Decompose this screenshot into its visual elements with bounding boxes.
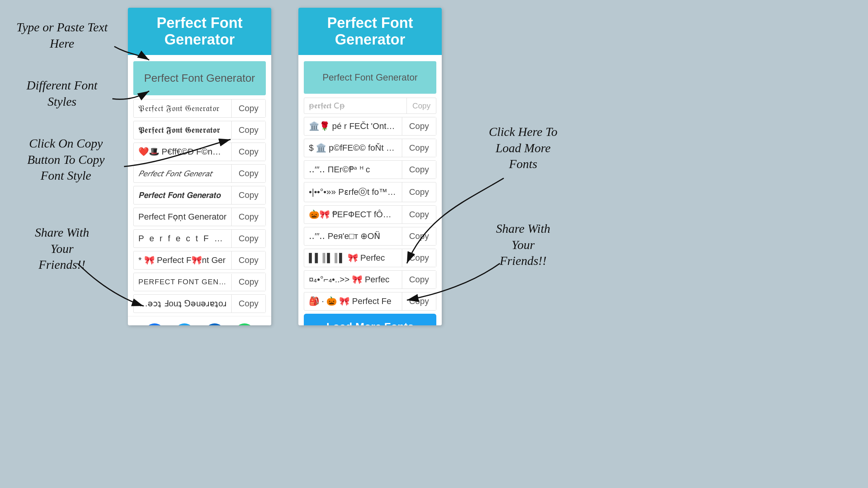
copy-button[interactable]: Copy xyxy=(232,121,265,139)
left-panel-title: Perfect Font Generator xyxy=(136,15,264,48)
font-text: •|••°•»» Pɛrfeⓞt fo™ ge⊗ xyxy=(304,182,402,202)
table-row: 🎃🎀 ⱣEFФECT fÔNt g Copy xyxy=(304,205,436,224)
right-font-list: ᵽ𝖊𝖗𝖋𝖊𝖈𝖙 Ⅽᵽ Copy 🏛️🌹 pé r FEČt 'Ont gEŃ C… xyxy=(298,98,442,311)
annotation-different-fonts: Different FontStyles xyxy=(12,77,112,110)
copy-button[interactable]: Copy xyxy=(232,251,265,269)
font-text: ❤️🎩 P€ff€©D F©n© g€ xyxy=(134,143,232,161)
right-panel-title: Perfect Font Generator xyxy=(306,15,434,48)
copy-button[interactable]: Copy xyxy=(402,249,436,267)
copy-button[interactable]: Copy xyxy=(402,139,436,157)
annotation-type-paste: Type or Paste TextHere xyxy=(12,19,112,52)
annotation-share-right: Share WithYourFriends!! xyxy=(473,221,574,269)
font-text: 𝔓𝔢𝔯𝔣𝔢𝔠𝔱 𝔉𝔬𝔫𝔱 𝔊𝔢𝔫𝔢𝔯𝔞𝔱𝔬𝔯 xyxy=(134,100,232,117)
font-text: 𝙋𝙚𝙧𝙛𝙚𝙘𝙩 𝙁𝙤𝙣𝙩 𝙂𝙚𝙣𝙚𝙧𝙖𝙩𝙤 xyxy=(134,186,232,204)
copy-button[interactable]: Copy xyxy=(232,273,265,291)
table-row: Perfect Fọṇt Generator Copy xyxy=(133,208,266,226)
table-row: ▌▌║▌║▌ 🎀 Perfec Copy xyxy=(304,249,436,267)
right-panel-header: Perfect Font Generator xyxy=(298,8,442,55)
copy-button[interactable]: Copy xyxy=(232,143,265,161)
copy-button[interactable]: Copy xyxy=(402,271,436,289)
table-row: 𝙋𝙚𝙧𝙛𝙚𝙘𝙩 𝙁𝙤𝙣𝙩 𝙂𝙚𝙣𝙚𝙧𝙖𝙩𝙤 Copy xyxy=(133,186,266,204)
social-share-bar xyxy=(128,316,271,325)
font-text: ▌▌║▌║▌ 🎀 Perfec xyxy=(304,249,402,267)
copy-button-faded[interactable]: Copy xyxy=(407,98,436,113)
right-panel: Perfect Font Generator Perfect Font Gene… xyxy=(298,8,442,325)
copy-button[interactable]: Copy xyxy=(232,208,265,226)
table-row: 🎒 · 🎃 🎀 Perfect Fe Copy xyxy=(304,292,436,311)
table-row: ᵽ𝖊𝖗𝖋𝖊𝖈𝖙 Ⅽᵽ Copy xyxy=(304,98,436,114)
font-text: $ 🏛️ p©fFE©© foŇt ɠ🖛 xyxy=(304,139,402,157)
table-row: P e r f e c t F o n t Copy xyxy=(133,229,266,248)
left-input-area[interactable]: Perfect Font Generator xyxy=(133,61,266,95)
copy-button[interactable]: Copy xyxy=(402,227,436,245)
left-panel-header: Perfect Font Generator xyxy=(128,8,271,55)
table-row: ‥′′′‥ Pея'е□т ⊕ON̈ Copy xyxy=(304,227,436,246)
copy-button[interactable]: Copy xyxy=(402,117,436,135)
table-row: PERFECT FONT GENERATOR Copy xyxy=(133,273,266,291)
left-font-list: 𝔓𝔢𝔯𝔣𝔢𝔠𝔱 𝔉𝔬𝔫𝔱 𝔊𝔢𝔫𝔢𝔯𝔞𝔱𝔬𝔯 Copy 𝕻𝖊𝖗𝖋𝖊𝖈𝖙 𝕱𝖔𝖓𝖙… xyxy=(128,99,271,313)
font-text: 🏛️🌹 pé r FEČt 'Ont gEŃ xyxy=(304,117,402,135)
table-row: ¤₄•°⌐₄•..>> 🎀 Perfec Copy xyxy=(304,270,436,289)
font-text: ɹoʇɐɹǝuǝ⅁ ʇuoℲ ʇɔǝɟɹǝd xyxy=(134,295,232,313)
table-row: 𝕻𝖊𝖗𝖋𝖊𝖈𝖙 𝕱𝖔𝖓𝖙 𝕲𝖊𝖓𝖊𝖗𝖆𝖙𝖔𝖗 Copy xyxy=(133,121,266,139)
table-row: * 🎀 Perfect F🎀nt Ger Copy xyxy=(133,251,266,270)
font-text: ‥′′′‥ Pея'е□т ⊕ON̈ xyxy=(304,227,402,245)
load-more-button[interactable]: Load More Fonts xyxy=(304,314,436,325)
table-row: ❤️🎩 P€ff€©D F©n© g€ Copy xyxy=(133,143,266,161)
table-row: 🏛️🌹 pé r FEČt 'Ont gEŃ Copy xyxy=(304,117,436,136)
font-text: ¤₄•°⌐₄•..>> 🎀 Perfec xyxy=(304,271,402,289)
font-text: 𝕻𝖊𝖗𝖋𝖊𝖈𝖙 𝕱𝖔𝖓𝖙 𝕲𝖊𝖓𝖊𝖗𝖆𝖙𝖔𝖗 xyxy=(134,121,232,139)
copy-button[interactable]: Copy xyxy=(232,186,265,204)
copy-button[interactable]: Copy xyxy=(232,230,265,247)
twitter-share-button[interactable] xyxy=(174,323,195,325)
font-text: 🎒 · 🎃 🎀 Perfect Fe xyxy=(304,292,402,310)
table-row: ‥′′′‥ ΠEr©Ᵽᵃ ᵸ c Copy xyxy=(304,160,436,179)
font-text: 𝘗𝘦𝘳𝘧𝘦𝘤𝘵 𝘍𝘰𝘯𝘵 𝘎𝘦𝘯𝘦𝘳𝘢𝘵 xyxy=(134,165,232,182)
font-text: ‥′′′‥ ΠEr©Ᵽᵃ ᵸ c xyxy=(304,161,402,179)
table-row: •|••°•»» Pɛrfeⓞt fo™ ge⊗ Copy xyxy=(304,182,436,202)
font-text: Perfect Fọṇt Generator xyxy=(134,208,232,226)
copy-button[interactable]: Copy xyxy=(232,295,265,313)
copy-button[interactable]: Copy xyxy=(232,165,265,182)
whatsapp-share-button[interactable] xyxy=(234,323,255,325)
font-text: PERFECT FONT GENERATOR xyxy=(134,274,232,290)
font-text: ᵽ𝖊𝖗𝖋𝖊𝖈𝖙 Ⅽᵽ xyxy=(304,98,407,113)
left-panel: Perfect Font Generator Perfect Font Gene… xyxy=(128,8,271,325)
annotation-click-load: Click Here ToLoad MoreFonts xyxy=(469,124,577,172)
linkedin-share-button[interactable] xyxy=(205,323,225,325)
table-row: $ 🏛️ p©fFE©© foŇt ɠ🖛 Copy xyxy=(304,139,436,157)
copy-button[interactable]: Copy xyxy=(402,161,436,179)
copy-button[interactable]: Copy xyxy=(402,183,436,201)
facebook-share-button[interactable] xyxy=(145,323,165,325)
table-row: ɹoʇɐɹǝuǝ⅁ ʇuoℲ ʇɔǝɟɹǝd Copy xyxy=(133,294,266,313)
annotation-share-left: Share WithYourFriends!! xyxy=(12,225,112,273)
copy-button[interactable]: Copy xyxy=(232,100,265,117)
table-row: 𝔓𝔢𝔯𝔣𝔢𝔠𝔱 𝔉𝔬𝔫𝔱 𝔊𝔢𝔫𝔢𝔯𝔞𝔱𝔬𝔯 Copy xyxy=(133,99,266,118)
font-text: P e r f e c t F o n t xyxy=(134,230,232,247)
right-input-area[interactable]: Perfect Font Generator xyxy=(304,61,436,94)
font-text: * 🎀 Perfect F🎀nt Ger xyxy=(134,251,232,269)
table-row: 𝘗𝘦𝘳𝘧𝘦𝘤𝘵 𝘍𝘰𝘯𝘵 𝘎𝘦𝘯𝘦𝘳𝘢𝘵 Copy xyxy=(133,164,266,183)
annotation-click-copy: Click On CopyButton To CopyFont Style xyxy=(12,136,120,184)
copy-button[interactable]: Copy xyxy=(402,206,436,223)
font-text: 🎃🎀 ⱣEFФECT fÔNt g xyxy=(304,206,402,223)
copy-button[interactable]: Copy xyxy=(402,292,436,310)
